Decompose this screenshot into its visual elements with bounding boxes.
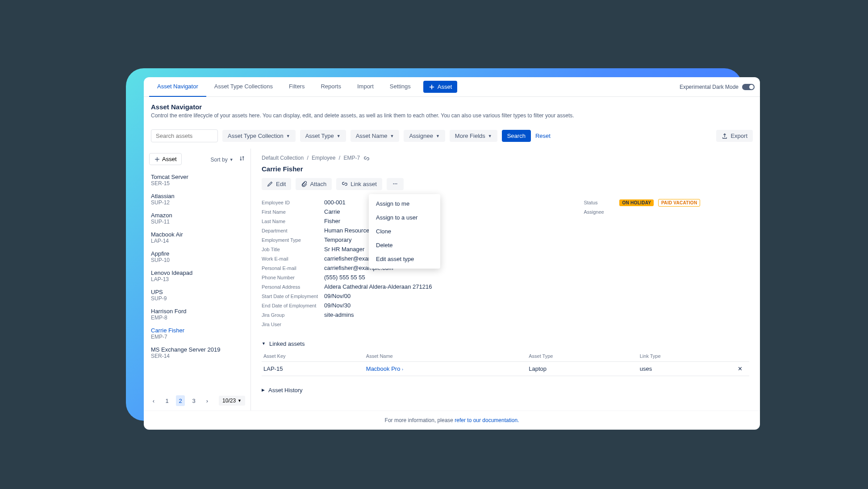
nav-tab-asset-navigator[interactable]: Asset Navigator <box>149 77 206 97</box>
nav-tab-reports[interactable]: Reports <box>313 77 349 97</box>
filter-more-fields[interactable]: More Fields ▼ <box>450 130 497 142</box>
search-button[interactable]: Search <box>502 130 531 142</box>
asset-key: SUP-9 <box>151 295 243 302</box>
field-label: Start Date of Employment <box>262 293 324 299</box>
sort-by-dropdown[interactable]: Sort by ▼ <box>211 157 234 163</box>
dark-mode-toggle[interactable]: Experimental Dark Mode <box>680 84 755 90</box>
sidebar-asset-item[interactable]: Macbook AirLAP-14 <box>149 228 245 247</box>
sidebar-asset-item[interactable]: MS Exchange Server 2019SER-14 <box>149 343 245 362</box>
field-label: Employee ID <box>262 199 324 206</box>
breadcrumb-item[interactable]: EMP-7 <box>344 155 360 161</box>
export-button[interactable]: Export <box>716 130 753 142</box>
linked-type: Laptop <box>527 361 638 376</box>
filter-asset-type[interactable]: Asset Type ▼ <box>300 130 346 142</box>
attach-button[interactable]: Attach <box>296 178 332 190</box>
linked-assets-toggle[interactable]: ▼ Linked assets <box>262 340 749 347</box>
more-actions-button[interactable] <box>387 178 404 190</box>
dropdown-item-clone[interactable]: Clone <box>369 224 440 238</box>
asset-history-toggle[interactable]: ▶ Asset History <box>262 387 749 394</box>
top-nav: Asset NavigatorAsset Type CollectionsFil… <box>144 77 760 97</box>
asset-detail: Default Collection / Employee / EMP-7 Ca… <box>251 149 760 410</box>
sidebar-asset-item[interactable]: Carrie FisherEMP-7 <box>149 324 245 343</box>
nav-tab-settings[interactable]: Settings <box>382 77 419 97</box>
page-header: Asset Navigator Control the entire lifec… <box>144 97 760 123</box>
sidebar-asset-item[interactable]: Tomcat ServerSER-15 <box>149 170 245 190</box>
sort-direction-button[interactable] <box>239 155 245 162</box>
breadcrumb: Default Collection / Employee / EMP-7 <box>262 155 749 162</box>
dots-icon <box>392 181 398 187</box>
status-badge: PAID VACATION <box>658 199 701 207</box>
asset-name: Carrie Fisher <box>151 327 243 334</box>
page-title: Asset Navigator <box>151 103 753 111</box>
page-next[interactable]: › <box>203 395 212 406</box>
linked-linktype: uses <box>638 361 736 376</box>
field-label: Phone Number <box>262 274 324 281</box>
nav-tab-import[interactable]: Import <box>349 77 382 97</box>
chevron-right-icon: ▶ <box>262 388 265 392</box>
link-icon[interactable] <box>363 155 370 162</box>
documentation-link[interactable]: refer to our documentation. <box>455 417 519 423</box>
dropdown-item-edit-asset-type[interactable]: Edit asset type <box>369 252 440 266</box>
chevron-down-icon: ▼ <box>436 134 440 138</box>
sidebar-asset-item[interactable]: Harrison FordEMP-8 <box>149 305 245 324</box>
asset-name: MS Exchange Server 2019 <box>151 346 243 353</box>
sidebar-asset-item[interactable]: UPSSUP-9 <box>149 286 245 305</box>
add-asset-label: Asset <box>438 83 452 90</box>
asset-key: LAP-13 <box>151 276 243 282</box>
linked-name-link[interactable]: Macbook Pro <box>366 365 401 372</box>
edit-button[interactable]: Edit <box>262 178 291 190</box>
chevron-down-icon: ▼ <box>390 134 394 138</box>
sidebar-asset-item[interactable]: AtlassianSUP-12 <box>149 190 245 209</box>
field-label: Department <box>262 227 324 234</box>
assignee-label: Assignee <box>584 208 619 215</box>
breadcrumb-item[interactable]: Employee <box>312 155 335 161</box>
page-number[interactable]: 1 <box>163 395 171 406</box>
asset-name: Appfire <box>151 250 243 257</box>
sidebar-asset-item[interactable]: AmazonSUP-11 <box>149 209 245 228</box>
sidebar-add-asset-button[interactable]: Asset <box>149 153 182 165</box>
plus-icon <box>429 84 435 90</box>
nav-tab-asset-type-collections[interactable]: Asset Type Collections <box>206 77 281 97</box>
reset-button[interactable]: Reset <box>535 133 551 139</box>
asset-name: Amazon <box>151 212 243 219</box>
field-label: First Name <box>262 208 324 215</box>
remove-link-button[interactable]: ✕ <box>736 361 749 376</box>
dropdown-item-assign-to-a-user[interactable]: Assign to a user <box>369 211 440 224</box>
dropdown-item-delete[interactable]: Delete <box>369 238 440 252</box>
add-asset-button[interactable]: Asset <box>423 81 458 93</box>
field-row: Jira Groupsite-admins <box>262 311 432 318</box>
asset-name: Tomcat Server <box>151 174 243 180</box>
chevron-down-icon: ▼ <box>488 134 492 138</box>
field-value: 09/Nov/30 <box>324 302 351 309</box>
field-value: Fisher <box>324 218 340 224</box>
page-number[interactable]: 3 <box>189 395 198 406</box>
svg-point-1 <box>395 183 396 184</box>
asset-key: SUP-12 <box>151 199 243 206</box>
chevron-right-icon: › <box>402 367 403 372</box>
export-icon <box>722 133 728 139</box>
field-label: Job Title <box>262 246 324 253</box>
link-asset-button[interactable]: Link asset <box>336 178 382 190</box>
table-header: Asset Key <box>262 351 364 362</box>
nav-tab-filters[interactable]: Filters <box>281 77 313 97</box>
field-row: End Date of Employment09/Nov/30 <box>262 302 432 309</box>
search-input[interactable] <box>151 129 218 142</box>
asset-name: Harrison Ford <box>151 308 243 315</box>
sidebar-asset-item[interactable]: Lenovo IdeapadLAP-13 <box>149 266 245 286</box>
page-size-select[interactable]: 10/23 ▼ <box>219 396 245 406</box>
dropdown-item-assign-to-me[interactable]: Assign to me <box>369 197 440 211</box>
filter-asset-type-collection[interactable]: Asset Type Collection ▼ <box>222 130 296 142</box>
filter-assignee[interactable]: Assignee ▼ <box>404 130 445 142</box>
pencil-icon <box>267 181 273 187</box>
filter-bar: Asset Type Collection ▼Asset Type ▼Asset… <box>144 123 760 149</box>
page-number[interactable]: 2 <box>176 395 185 406</box>
breadcrumb-item[interactable]: Default Collection <box>262 155 304 161</box>
svg-point-2 <box>396 183 397 184</box>
page-prev[interactable]: ‹ <box>149 395 158 406</box>
field-value: 000-001 <box>324 199 346 206</box>
field-label: Personal E-mail <box>262 265 324 271</box>
field-value: site-admins <box>324 311 354 318</box>
filter-asset-name[interactable]: Asset Name ▼ <box>351 130 400 142</box>
sidebar-asset-item[interactable]: AppfireSUP-10 <box>149 247 245 266</box>
field-label: Jira Group <box>262 311 324 318</box>
